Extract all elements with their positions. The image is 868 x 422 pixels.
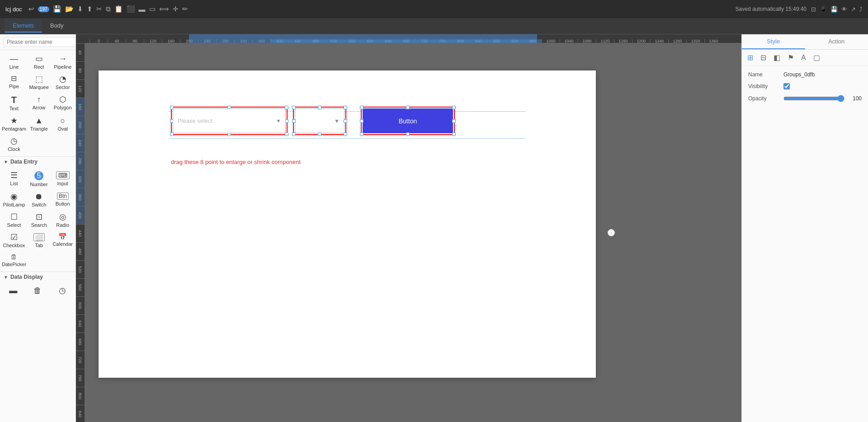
copy-icon[interactable]: ⧉ xyxy=(106,5,111,13)
export-icon[interactable]: ⬇ xyxy=(77,5,83,13)
element-marquee[interactable]: ⬚ Marquee xyxy=(27,72,51,93)
border-icon[interactable]: ▢ xyxy=(811,52,822,63)
distribute-icon[interactable]: ⟺ xyxy=(159,5,169,13)
handle-btn-bl[interactable] xyxy=(360,132,363,136)
element-pentagram[interactable]: ★ Pentagram xyxy=(1,114,27,134)
handle-dropdown-tl[interactable] xyxy=(292,106,296,109)
element-line[interactable]: — Line xyxy=(1,52,27,72)
canvas-body: 40 80 120 160 200 240 280 320 360 400 44… xyxy=(76,43,741,422)
radio-label: Radio xyxy=(56,222,69,228)
cut-icon[interactable]: ✂ xyxy=(96,5,102,13)
element-sector[interactable]: ◔ Sector xyxy=(51,72,75,93)
pipe-icon: ⊟ xyxy=(11,75,17,82)
move-icon[interactable]: ✛ xyxy=(173,5,179,13)
align-center-icon[interactable]: ▬ xyxy=(139,5,146,13)
align-right-icon[interactable]: ▭ xyxy=(149,5,156,13)
element-input[interactable]: ⌨ Input xyxy=(51,169,75,190)
undo-icon[interactable]: ↩ xyxy=(28,5,34,13)
share-icon[interactable]: ↗ xyxy=(851,6,856,13)
canvas-viewport[interactable]: Please select ▼ xyxy=(85,43,741,422)
element-button[interactable]: Btn Button xyxy=(51,190,75,210)
right-panel-tabs: Style Action xyxy=(742,34,868,50)
tab-body[interactable]: Body xyxy=(42,19,72,33)
element-pilotlamp[interactable]: ◉ PilotLamp xyxy=(1,190,27,210)
element-select[interactable]: ☐ Select xyxy=(1,210,27,230)
handle-btn-br[interactable] xyxy=(452,132,456,136)
tab-label: Tab xyxy=(35,243,43,248)
redo-badge[interactable]: 197 xyxy=(38,6,49,12)
select-component[interactable]: Please select ▼ xyxy=(173,108,286,133)
element-pipeline[interactable]: → Pipeline xyxy=(51,52,75,72)
button-component-wrapper: Button xyxy=(361,107,455,135)
oval-label: Oval xyxy=(57,126,68,131)
select-component-wrapper: Please select ▼ xyxy=(171,107,288,135)
element-arrow[interactable]: ↑ Arrow xyxy=(27,93,51,114)
section-data-entry[interactable]: ▼ Data Entry xyxy=(0,156,75,167)
element-battery[interactable]: ▬ xyxy=(1,284,25,299)
element-triangle[interactable]: ▲ Triangle xyxy=(27,114,51,134)
tab-elemets[interactable]: Elemets xyxy=(5,19,42,33)
element-calendar[interactable]: 📅 Calendar xyxy=(51,230,75,251)
handle-btn-mr[interactable] xyxy=(452,119,456,123)
button-component[interactable]: Button xyxy=(363,108,453,133)
element-checkbox[interactable]: ☑ Checkbox xyxy=(1,230,27,251)
filter-icon[interactable]: ⊟ xyxy=(759,52,768,63)
save-icon[interactable]: 💾 xyxy=(53,5,61,13)
element-tab[interactable]: ⬜ Tab xyxy=(27,230,51,251)
handle-btn-bm[interactable] xyxy=(406,132,410,136)
font-icon[interactable]: A xyxy=(799,53,808,63)
element-clock[interactable]: ◷ Clock xyxy=(1,134,27,155)
element-radio[interactable]: ◎ Radio xyxy=(51,210,75,230)
element-switch[interactable]: ⏺ Switch xyxy=(27,190,51,210)
handle-dropdown-ml[interactable] xyxy=(292,119,296,123)
right-tab-action[interactable]: Action xyxy=(805,34,868,49)
right-tab-style[interactable]: Style xyxy=(742,34,805,49)
export2-icon[interactable]: ⤴ xyxy=(859,6,863,13)
polygon-label: Polygon xyxy=(54,105,72,110)
element-oval[interactable]: ○ Oval xyxy=(51,114,75,134)
opacity-slider[interactable] xyxy=(783,95,844,102)
flag-icon[interactable]: ⚑ xyxy=(786,52,796,63)
element-datepicker[interactable]: 🗓 DatePicker xyxy=(1,251,27,270)
handle-dropdown-tr[interactable] xyxy=(344,106,347,109)
handle-dropdown-mr[interactable] xyxy=(344,119,347,123)
paste-icon[interactable]: 📋 xyxy=(114,5,123,13)
handle-br[interactable] xyxy=(285,132,288,136)
cloud-icon[interactable]: 💾 xyxy=(830,6,838,13)
handle-btn-tm[interactable] xyxy=(406,106,410,109)
eye-icon[interactable]: 👁 xyxy=(841,6,847,13)
app-title: lcj doc xyxy=(5,6,22,13)
element-pipe[interactable]: ⊟ Pipe xyxy=(1,72,27,93)
element-number[interactable]: 5 Number xyxy=(27,169,51,190)
visibility-checkbox[interactable] xyxy=(783,83,790,89)
handle-dropdown-bm[interactable] xyxy=(318,132,321,136)
open-icon[interactable]: 📂 xyxy=(65,5,74,13)
handle-dropdown-tm[interactable] xyxy=(318,106,321,109)
pen-icon[interactable]: ✏ xyxy=(182,5,188,13)
number-icon: 5 xyxy=(34,171,43,180)
dropdown-component[interactable]: ▼ xyxy=(295,108,344,133)
element-polygon[interactable]: ⬡ Polygon xyxy=(51,93,75,114)
element-search[interactable]: ⊡ Search xyxy=(27,210,51,230)
handle-btn-ml[interactable] xyxy=(360,119,363,123)
element-text[interactable]: T Text xyxy=(1,93,27,114)
handle-dropdown-bl[interactable] xyxy=(292,132,296,136)
collapse-right-panel[interactable]: › xyxy=(608,229,615,236)
device-icon[interactable]: 📱 xyxy=(820,6,827,13)
element-trash[interactable]: 🗑 xyxy=(25,284,50,299)
search-input[interactable] xyxy=(4,37,76,47)
layers-icon[interactable]: ⊞ xyxy=(745,52,755,63)
handle-btn-tr[interactable] xyxy=(452,106,456,109)
element-list[interactable]: ☰ List xyxy=(1,169,27,190)
element-gauge[interactable]: ◷ xyxy=(50,284,75,299)
screen-size-icon[interactable]: ⊡ xyxy=(811,6,816,13)
import-icon[interactable]: ⬆ xyxy=(87,5,93,13)
switch-icon: ⏺ xyxy=(35,192,43,201)
section-data-display[interactable]: ▼ Data Display xyxy=(0,272,75,282)
align-left-icon[interactable]: ⬛ xyxy=(127,5,135,13)
handle-btn-tl[interactable] xyxy=(360,106,363,109)
handle-dropdown-br[interactable] xyxy=(344,132,347,136)
element-rect[interactable]: ▭ Rect xyxy=(27,52,51,72)
stack-icon[interactable]: ◧ xyxy=(772,52,782,63)
line-label: Line xyxy=(9,64,19,70)
